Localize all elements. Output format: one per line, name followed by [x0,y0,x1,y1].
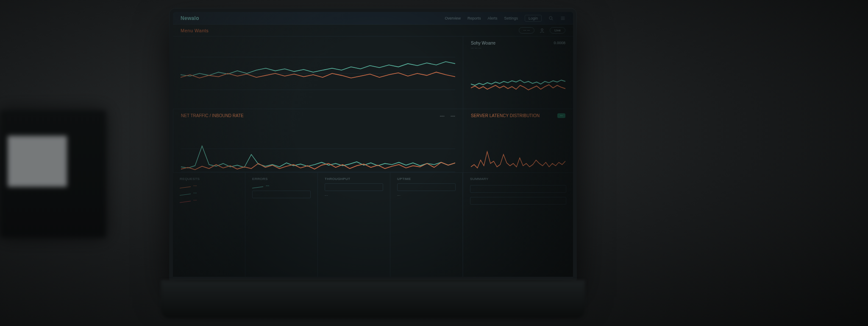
row2-side-label: SERVER LATENCY DISTRIBUTION [471,113,565,118]
line-chart-side-top [471,53,565,118]
placeholder-slot [252,191,311,198]
summary-panel: SUMMARY [463,172,573,277]
sub-header: Menu Wants ··· ··· Live [173,25,573,37]
chart-panel-main-top [173,37,463,109]
placeholder-slot [470,197,566,205]
stat-cards-row: REQUESTS ··· ··· ··· ERRORS ··· THROUGHP… [173,172,463,277]
stat-card-sub: ··· [397,194,456,197]
row2-side-badge: ··· [557,113,565,118]
chip-icon: ··· [180,198,238,202]
row2-pill-1[interactable]: ···· [440,114,445,118]
chip-icon: ··· [180,183,238,188]
side-panel-value: 0.0008 [554,41,565,45]
laptop-base [161,280,585,318]
chip-icon: ··· [252,183,311,188]
live-badge: Live [550,27,565,34]
line-chart-side-mid [471,121,565,177]
laptop-frame: Newalo Overview Reports Alerts Settings … [170,8,576,280]
stat-card-0: REQUESTS ··· ··· ··· [173,173,245,277]
stat-card-label: UPTIME [397,177,456,181]
content-grid: Sohy Woarre ··· ··· ··· 0.0008 NET TRAFF… [173,37,573,277]
summary-label: SUMMARY [470,177,566,181]
svg-point-5 [541,28,543,31]
chart-panel-side-mid: SERVER LATENCY DISTRIBUTION ··· [463,109,573,172]
placeholder-slot [325,183,383,191]
side-panel-title: Sohy Woarre [471,41,565,45]
svg-point-0 [549,16,552,19]
stat-card-1: ERRORS ··· [245,173,318,277]
stat-card-3: UPTIME ··· [390,173,463,277]
side-panel-sub: ··· ··· ··· [471,46,565,50]
stat-card-sub: ··· [325,194,383,197]
row2-label: NET TRAFFIC / INBOUND RATE [181,113,244,118]
brand-logo[interactable]: Newalo [181,15,199,21]
svg-line-1 [552,19,553,20]
chart-panel-side-top: Sohy Woarre ··· ··· ··· 0.0008 [463,37,573,109]
top-nav: Overview Reports Alerts Settings Login [445,15,565,22]
chip-icon: ··· [180,191,238,195]
placeholder-slot [397,183,456,191]
search-icon[interactable] [548,16,554,21]
page-title: Menu Wants [181,28,209,33]
line-chart-main-top [181,41,455,106]
range-selector[interactable]: ··· ··· [519,27,535,34]
placeholder-slot [470,185,566,193]
stat-card-label: ERRORS [252,177,311,181]
nav-item-overview[interactable]: Overview [445,16,461,20]
menu-icon[interactable] [560,16,565,21]
stat-card-label: THROUGHPUT [325,177,383,181]
topbar: Newalo Overview Reports Alerts Settings … [173,12,573,25]
nav-item-settings[interactable]: Settings [504,16,518,20]
row2-pill-2[interactable]: ···· [451,114,455,118]
user-icon[interactable] [540,28,545,33]
nav-item-reports[interactable]: Reports [467,16,481,20]
stat-card-2: THROUGHPUT ··· [318,173,390,277]
chart-panel-main-mid: NET TRAFFIC / INBOUND RATE ···· ···· [173,109,463,172]
login-button[interactable]: Login [525,15,542,22]
secondary-monitor [0,110,106,238]
dashboard-screen: Newalo Overview Reports Alerts Settings … [173,12,573,277]
stat-card-label: REQUESTS [180,177,238,181]
line-chart-main-mid [181,121,455,177]
nav-item-alerts[interactable]: Alerts [487,16,497,20]
